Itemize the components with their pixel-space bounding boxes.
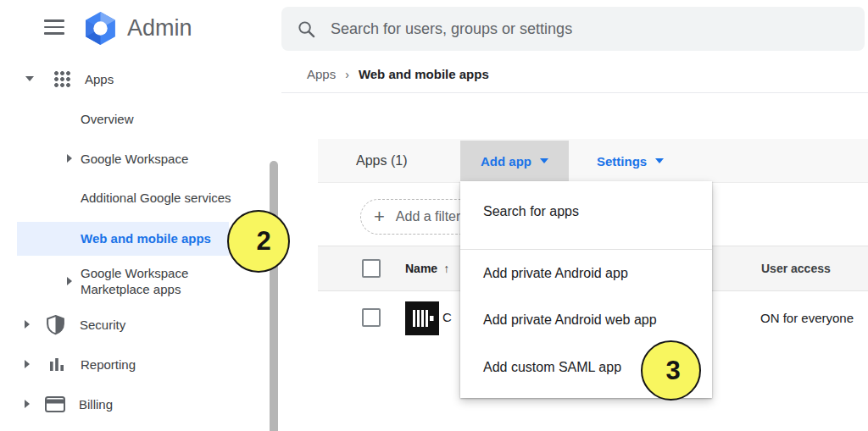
breadcrumb-current: Web and mobile apps <box>359 67 489 81</box>
sidebar-scrollbar[interactable] <box>270 161 278 431</box>
app-icon <box>405 301 439 335</box>
sidebar-item-additional-google-services[interactable]: Additional Google services <box>0 185 270 210</box>
menu-item-add-private-android-app[interactable]: Add private Android app <box>460 250 712 296</box>
search-bar[interactable] <box>281 7 865 51</box>
sidebar-item-marketplace-apps[interactable]: Google Workspace Marketplace apps <box>0 261 270 301</box>
settings-button[interactable]: Settings <box>593 141 667 181</box>
caret-down-icon <box>25 76 34 81</box>
name-column-header[interactable]: Name ↑ <box>405 246 449 291</box>
caret-down-icon <box>655 158 664 163</box>
hamburger-menu-button[interactable] <box>44 19 64 35</box>
caret-right-icon <box>25 360 30 368</box>
caret-right-icon <box>67 154 72 163</box>
search-icon <box>297 19 316 39</box>
breadcrumb-divider <box>281 92 868 93</box>
caret-right-icon <box>67 277 72 285</box>
sidebar-item-web-and-mobile-apps[interactable]: Web and mobile apps <box>17 222 229 256</box>
apps-count-label: Apps (1) <box>356 139 407 183</box>
breadcrumb: Apps › Web and mobile apps <box>307 67 489 81</box>
brand-text: Admin <box>127 15 192 41</box>
breadcrumb-apps-link[interactable]: Apps <box>307 67 336 81</box>
plus-icon: + <box>374 207 385 226</box>
app-name: C <box>442 310 452 324</box>
caret-right-icon <box>25 400 30 408</box>
user-access-value: ON for everyone <box>760 311 854 325</box>
admin-console: Admin Apps › Web and mobile apps Apps Ov… <box>0 0 868 431</box>
sidebar-item-apps[interactable]: Apps <box>0 66 270 91</box>
user-access-column-header: User access <box>761 246 831 291</box>
sort-ascending-icon: ↑ <box>443 246 449 291</box>
admin-logo: Admin <box>83 11 192 46</box>
breadcrumb-separator-icon: › <box>345 68 349 81</box>
credit-card-icon <box>45 396 65 412</box>
menu-item-add-private-android-web-app[interactable]: Add private Android web app <box>460 296 712 344</box>
menu-item-search-for-apps[interactable]: Search for apps <box>460 181 712 241</box>
admin-logo-icon <box>83 11 118 46</box>
shield-icon <box>46 314 65 335</box>
sidebar-item-security[interactable]: Security <box>0 312 270 337</box>
sidebar-item-overview[interactable]: Overview <box>0 106 270 131</box>
step-2-annotation: 2 <box>227 210 290 273</box>
caret-right-icon <box>25 320 30 329</box>
step-3-annotation: 3 <box>641 340 701 401</box>
add-app-button[interactable]: Add app <box>460 141 569 181</box>
bar-chart-icon <box>49 356 64 372</box>
sidebar-item-reporting[interactable]: Reporting <box>0 351 270 377</box>
apps-grid-icon <box>53 70 71 88</box>
row-checkbox[interactable] <box>362 308 381 327</box>
select-all-checkbox[interactable] <box>362 259 381 278</box>
sidebar-item-google-workspace[interactable]: Google Workspace <box>0 146 270 171</box>
caret-down-icon <box>540 158 548 163</box>
search-input[interactable] <box>331 20 849 38</box>
sidebar-item-billing[interactable]: Billing <box>0 391 270 417</box>
